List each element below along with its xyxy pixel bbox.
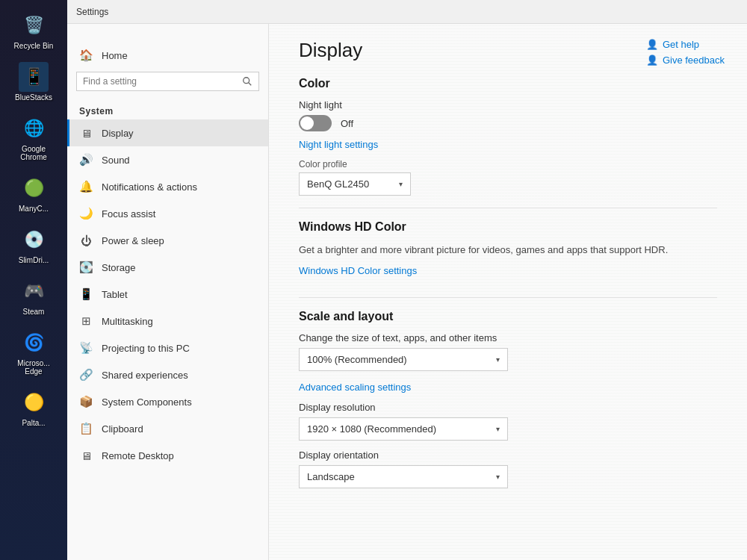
sidebar-item-shared[interactable]: 🔗 Shared experiences <box>67 361 268 388</box>
page-title: Display <box>299 39 717 62</box>
settings-body: 🏠 Home System 🖥 Display 🔊 Sound <box>67 24 747 560</box>
night-light-toggle-row: Off <box>299 115 717 131</box>
color-profile-label: Color profile <box>299 159 717 169</box>
clipboard-icon: 📋 <box>79 422 93 435</box>
sidebar-item-sound[interactable]: 🔊 Sound <box>67 146 268 173</box>
divider-2 <box>299 297 717 298</box>
scale-chevron: ▾ <box>496 355 500 364</box>
desktop-icon-chrome[interactable]: 🌐 Google Chrome <box>6 111 62 164</box>
desktop-icon-palta[interactable]: 🟡 Palta... <box>6 385 62 430</box>
svg-line-1 <box>249 83 252 86</box>
search-icon <box>242 76 252 87</box>
hd-color-section-title: Windows HD Color <box>299 220 717 234</box>
desktop-icon-recycle-bin[interactable]: 🗑️ Recycle Bin <box>6 7 62 53</box>
sidebar-item-display[interactable]: 🖥 Display <box>67 119 268 146</box>
main-content: 👤 Get help 👤 Give feedback Display Color… <box>269 24 747 560</box>
sidebar-item-home[interactable]: 🏠 Home <box>67 42 268 69</box>
toggle-knob <box>300 116 314 130</box>
desktop-icon-slimdri[interactable]: 💿 SlimDri... <box>6 222 62 267</box>
advanced-scaling-link[interactable]: Advanced scaling settings <box>299 382 411 393</box>
storage-icon: 💽 <box>79 261 93 274</box>
settings-window: Settings 🏠 Home System 🖥 D <box>67 0 747 560</box>
titlebar: Settings <box>67 0 747 24</box>
display-icon: 🖥 <box>79 126 93 140</box>
system-section-label: System <box>67 100 268 119</box>
desktop-icon-edge[interactable]: 🌀 Microso... Edge <box>6 325 62 379</box>
color-profile-dropdown[interactable]: BenQ GL2450 ▾ <box>299 172 411 196</box>
sound-icon: 🔊 <box>79 153 93 167</box>
desktop-icon-bluestacks[interactable]: 📱 BlueStacks <box>6 59 62 105</box>
sidebar-item-storage[interactable]: 💽 Storage <box>67 254 268 281</box>
remote-desktop-icon: 🖥 <box>79 449 93 462</box>
orientation-value: Landscape <box>307 471 355 482</box>
color-section-title: Color <box>299 77 717 90</box>
tablet-icon: 📱 <box>79 287 93 301</box>
titlebar-title: Settings <box>76 7 108 17</box>
shared-icon: 🔗 <box>79 368 93 382</box>
orientation-label: Display orientation <box>299 449 717 461</box>
sidebar: 🏠 Home System 🖥 Display 🔊 Sound <box>67 24 269 560</box>
search-box[interactable] <box>76 72 259 91</box>
divider-1 <box>299 208 717 208</box>
hd-color-settings-link[interactable]: Windows HD Color settings <box>299 265 417 276</box>
color-profile-chevron: ▾ <box>399 180 403 188</box>
sidebar-header <box>67 24 268 42</box>
notifications-icon: 🔔 <box>79 180 93 193</box>
sidebar-item-multitasking[interactable]: ⊞ Multitasking <box>67 308 268 335</box>
night-light-state: Off <box>341 118 353 129</box>
multitasking-icon: ⊞ <box>79 314 93 328</box>
night-light-toggle[interactable] <box>299 115 332 131</box>
sidebar-item-tablet[interactable]: 📱 Tablet <box>67 281 268 308</box>
sidebar-item-power-sleep[interactable]: ⏻ Power & sleep <box>67 227 268 254</box>
sidebar-item-focus-assist[interactable]: 🌙 Focus assist <box>67 200 268 227</box>
desktop-icon-manyc[interactable]: 🟢 ManyC... <box>6 170 62 216</box>
hd-color-description: Get a brighter and more vibrant picture … <box>299 243 672 258</box>
night-light-settings-link[interactable]: Night light settings <box>299 139 378 150</box>
sidebar-item-clipboard[interactable]: 📋 Clipboard <box>67 415 268 442</box>
scale-value: 100% (Recommended) <box>307 354 407 365</box>
sidebar-item-components[interactable]: 📦 System Components <box>67 388 268 415</box>
resolution-label: Display resolution <box>299 402 717 413</box>
sidebar-item-notifications[interactable]: 🔔 Notifications & actions <box>67 173 268 200</box>
focus-assist-icon: 🌙 <box>79 207 93 220</box>
scale-layout-title: Scale and layout <box>299 310 717 323</box>
power-icon: ⏻ <box>79 234 93 247</box>
orientation-dropdown[interactable]: Landscape ▾ <box>299 465 508 488</box>
resolution-dropdown[interactable]: 1920 × 1080 (Recommended) ▾ <box>299 417 508 441</box>
sidebar-item-remote-desktop[interactable]: 🖥 Remote Desktop <box>67 442 268 469</box>
resolution-value: 1920 × 1080 (Recommended) <box>307 423 436 435</box>
scale-dropdown[interactable]: 100% (Recommended) ▾ <box>299 348 508 371</box>
desktop-icon-steam[interactable]: 🎮 Steam <box>6 273 62 319</box>
change-size-label: Change the size of text, apps, and other… <box>299 332 717 343</box>
projecting-icon: 📡 <box>79 341 93 355</box>
orientation-chevron: ▾ <box>496 473 500 481</box>
night-light-label: Night light <box>299 99 717 111</box>
resolution-chevron: ▾ <box>496 425 500 433</box>
sidebar-item-projecting[interactable]: 📡 Projecting to this PC <box>67 335 268 361</box>
svg-point-0 <box>244 78 249 84</box>
home-icon: 🏠 <box>79 49 93 62</box>
desktop-icons: 🗑️ Recycle Bin 📱 BlueStacks 🌐 Google Chr… <box>0 0 67 560</box>
components-icon: 📦 <box>79 395 93 408</box>
search-input[interactable] <box>83 76 242 87</box>
color-profile-value: BenQ GL2450 <box>307 178 369 190</box>
